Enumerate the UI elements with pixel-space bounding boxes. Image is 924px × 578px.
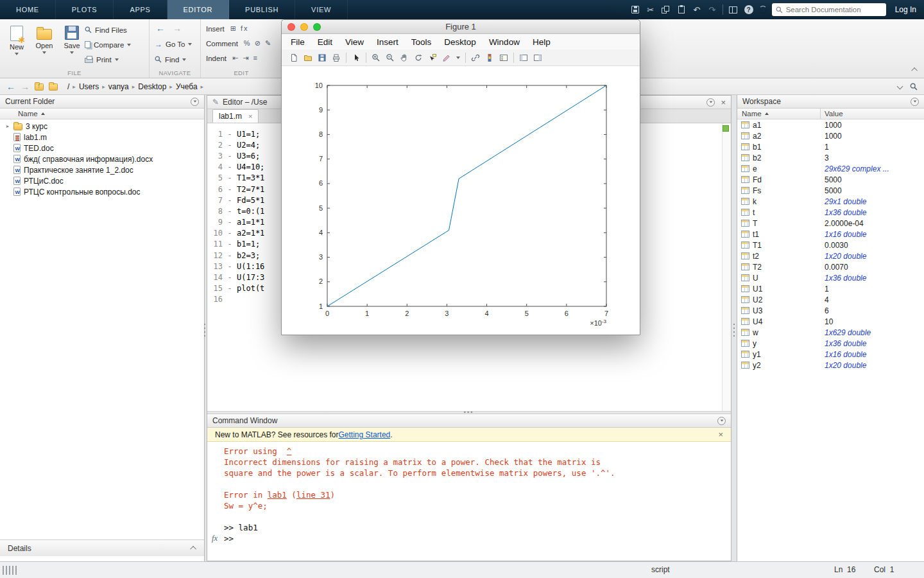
workspace-variable-row[interactable]: T1 0.0030 xyxy=(737,240,924,250)
edit-tool-row[interactable]: Comment % ⊘ ✎ xyxy=(206,39,272,48)
compare-button[interactable]: Compare xyxy=(85,40,131,49)
file-row[interactable]: РТЦС контрольные вопросы.doc xyxy=(0,186,204,197)
menu-item[interactable]: Help xyxy=(526,37,557,47)
redo-icon[interactable]: ↷ xyxy=(707,4,717,15)
edit-tool-icons[interactable]: ⊞ fx xyxy=(230,24,249,33)
breakpoint-margin[interactable]: - xyxy=(223,240,237,249)
zoom-in-icon[interactable] xyxy=(372,52,381,64)
close-window-button[interactable] xyxy=(287,23,295,31)
breadcrumb-segment[interactable]: Учеба xyxy=(174,82,200,91)
edit-tool-icons[interactable]: % ⊘ ✎ xyxy=(244,39,272,48)
menu-item[interactable]: Insert xyxy=(370,37,405,47)
pointer-icon[interactable] xyxy=(352,52,361,64)
expand-arrow-icon[interactable]: ▸ xyxy=(5,123,10,129)
search-folder-icon[interactable] xyxy=(910,83,918,91)
workspace-variable-row[interactable]: U3 6 xyxy=(737,305,924,316)
workspace-variable-row[interactable]: b1 1 xyxy=(737,141,924,152)
show-plot-tools-icon[interactable] xyxy=(533,52,542,64)
breakpoint-margin[interactable]: - xyxy=(223,185,237,194)
breakpoint-margin[interactable]: - xyxy=(223,196,237,205)
find-files-button[interactable]: Find Files xyxy=(85,25,131,35)
workspace-variable-row[interactable]: Fd 5000 xyxy=(737,174,924,185)
ribbon-tab[interactable]: PLOTS xyxy=(56,0,114,19)
edit-tool-row[interactable]: Insert ⊞ fx xyxy=(206,24,272,33)
menu-item[interactable]: Window xyxy=(483,37,526,47)
insert-colorbar-icon[interactable] xyxy=(485,52,494,64)
save-figure-icon[interactable] xyxy=(318,52,327,64)
menu-item[interactable]: Desktop xyxy=(438,37,483,47)
edit-tool-row[interactable]: Indent ⇤ ⇥ ≡ xyxy=(206,53,272,63)
workspace-variable-row[interactable]: y1 1x16 double xyxy=(737,349,924,360)
hide-plot-tools-icon[interactable] xyxy=(519,52,528,64)
zoom-window-button[interactable] xyxy=(313,23,321,31)
search-documentation-box[interactable] xyxy=(772,3,886,16)
file-row[interactable]: бжд( справочная информация).docx xyxy=(0,153,204,164)
workspace-variable-row[interactable]: e 29x629 complex ... xyxy=(737,163,924,174)
forward-icon[interactable]: → xyxy=(21,82,30,92)
menu-item[interactable]: Edit xyxy=(311,37,339,47)
new-button[interactable]: New xyxy=(4,22,30,65)
workspace-variable-row[interactable]: k 29x1 double xyxy=(737,196,924,207)
workspace-variable-row[interactable]: w 1x629 double xyxy=(737,327,924,338)
rotate-3d-icon[interactable] xyxy=(414,52,423,64)
breadcrumb-segment[interactable]: vanya xyxy=(107,82,131,91)
close-banner-icon[interactable]: × xyxy=(718,430,723,439)
menu-item[interactable]: View xyxy=(339,37,370,47)
editor-scrollbar[interactable] xyxy=(722,123,731,411)
breakpoint-margin[interactable]: - xyxy=(223,229,237,238)
navigate-back-icon[interactable]: ← xyxy=(156,23,165,33)
brush-dropdown-icon[interactable] xyxy=(456,57,460,59)
close-editor-icon[interactable]: × xyxy=(721,98,726,107)
breakpoint-margin[interactable]: - xyxy=(223,173,237,182)
workspace-variable-row[interactable]: U2 4 xyxy=(737,294,924,305)
file-row[interactable]: РТЦиС.doc xyxy=(0,175,204,186)
details-bar[interactable]: Details xyxy=(0,539,204,556)
ribbon-tab[interactable]: EDITOR xyxy=(167,0,230,19)
help-icon[interactable]: ? xyxy=(744,4,754,15)
workspace-variable-row[interactable]: Fs 5000 xyxy=(737,185,924,196)
panel-menu-icon[interactable] xyxy=(706,98,715,107)
collapse-details-icon[interactable] xyxy=(190,546,196,552)
save-button[interactable]: Save xyxy=(59,22,85,65)
edit-tool-icons[interactable]: ⇤ ⇥ ≡ xyxy=(232,54,259,62)
resize-grip[interactable] xyxy=(3,566,17,575)
workspace-variable-row[interactable]: T2 0.0070 xyxy=(737,261,924,272)
breakpoint-margin[interactable]: - xyxy=(223,273,237,282)
close-tab-icon[interactable]: × xyxy=(248,112,252,120)
link-plot-icon[interactable] xyxy=(471,52,480,64)
navigate-forward-icon[interactable]: → xyxy=(173,23,182,33)
insert-legend-icon[interactable] xyxy=(499,52,508,64)
open-button[interactable]: Open xyxy=(31,22,57,65)
breakpoint-margin[interactable]: - xyxy=(223,207,237,216)
new-figure-icon[interactable] xyxy=(289,52,298,64)
find-button[interactable]: Find xyxy=(155,55,192,64)
collapse-ribbon-icon[interactable] xyxy=(913,65,918,74)
menu-item[interactable]: File xyxy=(284,37,311,47)
panel-menu-icon[interactable] xyxy=(717,417,726,425)
breakpoint-margin[interactable]: - xyxy=(223,130,237,139)
address-dropdown-icon[interactable] xyxy=(897,83,903,90)
editor-tab[interactable]: lab1.m × xyxy=(212,109,259,123)
ribbon-tab[interactable]: PUBLISH xyxy=(229,0,295,19)
breadcrumb-segment[interactable]: Desktop xyxy=(136,82,168,91)
file-row[interactable]: lab1.m xyxy=(0,132,204,143)
figure-title-bar[interactable]: Figure 1 xyxy=(282,20,640,34)
breakpoint-margin[interactable]: - xyxy=(223,262,237,271)
ribbon-tab[interactable]: HOME xyxy=(0,0,56,19)
error-link[interactable]: lab1 xyxy=(268,490,287,500)
figure-canvas[interactable]: 0123456712345678910×10-3 xyxy=(282,66,640,335)
workspace-variable-row[interactable]: T 2.0000e-04 xyxy=(737,218,924,229)
command-prompt[interactable]: >> xyxy=(224,534,234,543)
workspace-column-headers[interactable]: Name Value xyxy=(737,109,924,119)
back-icon[interactable]: ← xyxy=(6,82,15,92)
workspace-variable-row[interactable]: t2 1x20 double xyxy=(737,250,924,261)
getting-started-link[interactable]: Getting Started xyxy=(339,430,391,439)
search-input[interactable] xyxy=(786,6,882,13)
brush-icon[interactable] xyxy=(442,52,451,64)
browse-folder-icon[interactable] xyxy=(49,83,58,91)
workspace-variable-row[interactable]: y2 1x20 double xyxy=(737,360,924,371)
editor-command-splitter[interactable]: ••• xyxy=(207,411,731,414)
workspace-variable-row[interactable]: a2 1000 xyxy=(737,130,924,141)
pan-hand-icon[interactable] xyxy=(400,52,409,64)
print-figure-icon[interactable] xyxy=(332,52,341,64)
